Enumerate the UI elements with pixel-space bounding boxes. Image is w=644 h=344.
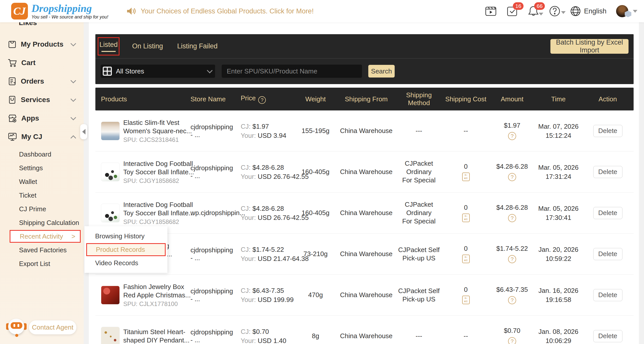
- price-cell: CJ: $1.74-5.22 Your: USD 21.47-64.38: [236, 245, 294, 263]
- active-tab-underline: [101, 51, 116, 52]
- app-logo[interactable]: CJ Dropshipping You sell - We source and…: [11, 3, 108, 20]
- sidebar-item-orders[interactable]: Orders: [0, 72, 84, 90]
- announcement-text: Your Choices of Endless Global Products.…: [141, 7, 314, 15]
- product-cell[interactable]: Fashion Jewelry Box Red Apple Christmas.…: [95, 283, 185, 308]
- calculator-icon[interactable]: +-×=: [462, 255, 470, 263]
- sidebar-item-cart[interactable]: Cart: [0, 53, 84, 72]
- col-amount: Amount: [489, 95, 535, 103]
- product-title-line1: Fashion Jewelry Box: [123, 283, 185, 291]
- amount-help-icon[interactable]: [508, 255, 516, 263]
- support-robot-icon[interactable]: [5, 317, 28, 337]
- language-selector[interactable]: English: [570, 6, 606, 16]
- your-price-label: Your:: [241, 173, 256, 180]
- shipping-method-cell: CJPacket Ordinary For Special: [395, 200, 442, 225]
- sidebar-item-recent-activity[interactable]: Recent Activity >: [10, 230, 81, 243]
- search-button[interactable]: Search: [368, 65, 395, 78]
- product-cell[interactable]: Elastic Slim-fit Vest Women's Square-nec…: [95, 119, 185, 143]
- product-cell[interactable]: Interactive Dog Football Toy Soccer Ball…: [95, 160, 185, 184]
- cj-price-label: CJ:: [241, 205, 251, 212]
- calculator-icon[interactable]: +-×=: [462, 214, 470, 222]
- store-filter-value: All Stores: [116, 67, 144, 75]
- store-filter-select[interactable]: All Stores: [101, 65, 215, 78]
- sidebar-item-my-cj[interactable]: My CJ: [0, 127, 84, 146]
- col-time: Time: [535, 95, 582, 103]
- product-title-line2: Toy Soccer Ball Inflate...: [123, 209, 185, 217]
- tasks-icon[interactable]: 16: [506, 5, 518, 17]
- sidebar-item-apps[interactable]: Apps: [0, 109, 84, 127]
- notifications-bell-icon[interactable]: 66: [528, 5, 539, 17]
- time-cell: Mar. 07, 2026 15:12:24: [535, 122, 582, 140]
- tab-on-listing[interactable]: On Listing: [132, 42, 163, 50]
- tab-listed-highlight-box[interactable]: Listed: [98, 37, 119, 55]
- sidebar-item-wallet[interactable]: Wallet: [0, 175, 84, 188]
- top-header: CJ Dropshipping You sell - We source and…: [0, 0, 644, 22]
- product-cell[interactable]: Interactive Dog Football Toy Soccer Ball…: [95, 201, 185, 225]
- shipping-cost-value: 0: [442, 286, 489, 294]
- sidebar-item-ticket[interactable]: Ticket: [0, 188, 84, 202]
- menu-item-browsing-history[interactable]: Browsing History: [84, 229, 167, 243]
- shipping-from-value: China Warehouse: [337, 127, 395, 135]
- delete-button[interactable]: Delete: [593, 166, 622, 178]
- clipboard-icon: [8, 77, 17, 86]
- batch-listing-button[interactable]: Batch Listing by Excel Import: [550, 39, 629, 54]
- shipping-method-cell: ---: [395, 332, 442, 340]
- menu-item-video-records[interactable]: Video Records: [84, 256, 167, 270]
- help-icon[interactable]: [549, 5, 561, 17]
- shipping-from-value: China Warehouse: [337, 332, 395, 340]
- sidebar-item-my-products[interactable]: My Products: [0, 35, 84, 53]
- shipping-method-line2: For Special: [395, 176, 442, 184]
- time-cell: Mar. 05, 2026 17:31:24: [535, 163, 582, 181]
- announcement-banner[interactable]: Your Choices of Endless Global Products.…: [127, 7, 314, 15]
- delete-button[interactable]: Delete: [593, 207, 622, 219]
- calculator-icon[interactable]: +-×=: [462, 296, 470, 304]
- tab-listing-failed[interactable]: Listing Failed: [177, 42, 218, 50]
- shipping-cost-value: 0: [442, 204, 489, 212]
- amount-value: $1.97: [489, 122, 535, 129]
- sidebar-item-saved-factories[interactable]: Saved Factories: [0, 243, 84, 257]
- sidebar-item-shipping-calculation[interactable]: Shipping Calculation: [0, 216, 84, 230]
- menu-item-product-records[interactable]: Product Records: [86, 243, 166, 256]
- sidebar-item-settings[interactable]: Settings: [0, 161, 84, 175]
- search-input[interactable]: [222, 65, 362, 78]
- amount-help-icon[interactable]: [508, 173, 516, 181]
- shipping-method-cell: CJPacket Self Pick-up US: [395, 246, 442, 262]
- tab-listed[interactable]: Listed: [99, 41, 118, 49]
- shipping-method-cell: ---: [395, 127, 442, 135]
- delete-button[interactable]: Delete: [593, 330, 622, 342]
- sidebar-scrollbar[interactable]: [84, 22, 89, 344]
- shipping-method-line1: CJPacket Ordinary: [395, 159, 442, 176]
- col-price: Price?: [236, 94, 294, 104]
- product-spu: SPU: CJGY1858682: [123, 218, 185, 225]
- sidebar-collapse-button[interactable]: [80, 124, 87, 139]
- product-title-line1: Interactive Dog Football: [123, 201, 185, 209]
- amount-help-icon[interactable]: [508, 132, 516, 140]
- sidebar-item-likes-clipped[interactable]: Likes: [0, 22, 84, 28]
- product-cell[interactable]: Titanium Steel Heart- shaped DIY Pendant…: [95, 327, 185, 344]
- sidebar-item-export-list[interactable]: Export List: [0, 257, 84, 271]
- sidebar-item-services[interactable]: Services: [0, 90, 84, 109]
- amount-cell: $4.28-6.28: [489, 204, 535, 222]
- amount-help-icon[interactable]: [508, 214, 516, 222]
- delete-button[interactable]: Delete: [593, 289, 622, 301]
- date-value: Jan. 08, 2026: [535, 327, 582, 336]
- price-help-icon[interactable]: ?: [258, 96, 266, 104]
- video-tutorial-icon[interactable]: [485, 5, 497, 17]
- page-scrollbar[interactable]: [639, 22, 644, 344]
- time-cell: Mar. 05, 2026 17:30:41: [535, 204, 582, 222]
- amount-help-icon[interactable]: [508, 296, 516, 304]
- calculator-icon[interactable]: +-×=: [462, 173, 470, 181]
- account-menu[interactable]: [616, 5, 637, 17]
- sidebar-item-cj-prime[interactable]: CJ Prime: [0, 202, 84, 216]
- amount-cell: $1.74-5.22: [489, 245, 535, 263]
- amount-help-icon[interactable]: [508, 337, 516, 344]
- contact-agent-button[interactable]: Contact Agent: [29, 320, 76, 334]
- sidebar-item-dashboard[interactable]: Dashboard: [0, 147, 84, 161]
- weight-value: 160-405g: [294, 209, 337, 217]
- store-name: cjdropshipping - ...: [185, 328, 236, 344]
- shipping-method-line2: For Special: [395, 217, 442, 225]
- delete-button[interactable]: Delete: [593, 248, 622, 260]
- amount-value: $1.74-5.22: [489, 245, 535, 253]
- cj-price-label: CJ:: [241, 123, 251, 130]
- table-row: Fashion Jewelry Box Red Apple Christmas.…: [95, 275, 634, 316]
- delete-button[interactable]: Delete: [593, 125, 622, 137]
